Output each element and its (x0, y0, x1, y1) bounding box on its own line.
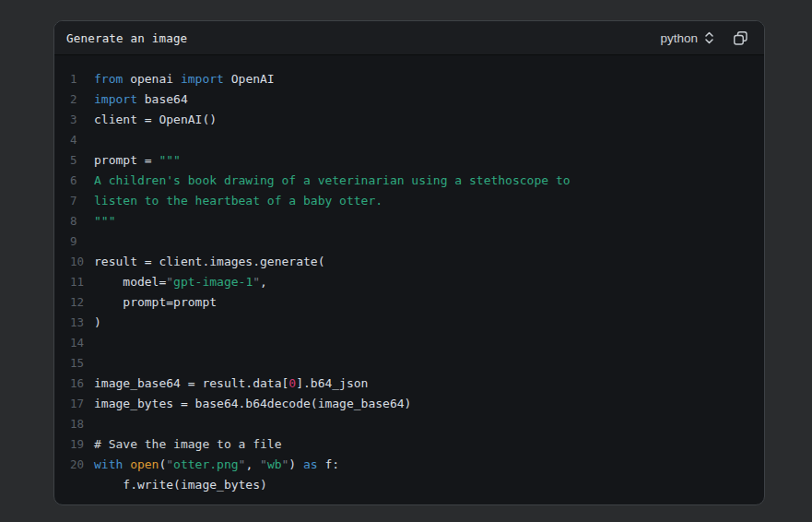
code-token: from (94, 72, 123, 86)
code-line-content: image_base64 = result.data[0].b64_json (94, 374, 764, 394)
language-selector-label: python (660, 31, 698, 45)
code-token: f: (318, 457, 339, 471)
code-line-content (94, 231, 764, 252)
code-line: 17image_bytes = base64.b64decode(image_b… (54, 394, 764, 414)
line-number: 6 (54, 171, 94, 191)
code-token: 0 (288, 376, 296, 390)
code-token: A children's book drawing of a veterinar… (94, 173, 571, 187)
line-number: 19 (54, 434, 94, 455)
code-token (123, 457, 130, 471)
line-number: 5 (54, 150, 94, 171)
code-token: model= (94, 275, 166, 289)
code-line: 19# Save the image to a file (54, 434, 764, 455)
line-number: 8 (54, 211, 94, 231)
code-line-content: ) (94, 313, 764, 333)
code-line: 11 model="gpt-image-1", (54, 272, 764, 292)
code-line: 8""" (54, 211, 764, 231)
line-number: 4 (54, 130, 94, 150)
line-number: 18 (54, 414, 94, 434)
code-token: image_bytes = base64.b64decode(image_bas… (94, 397, 411, 410)
code-token: listen to the heartbeat of a baby otter. (94, 194, 382, 208)
code-line: 10result = client.images.generate( (54, 252, 764, 272)
code-line-content: from openai import OpenAI (94, 69, 764, 89)
code-token: " (253, 275, 260, 289)
code-card-title: Generate an image (66, 31, 187, 45)
code-token: wb (267, 457, 282, 471)
code-line: 2import base64 (54, 89, 764, 110)
line-number: 13 (54, 313, 94, 333)
language-selector[interactable]: python (660, 30, 714, 45)
code-line-content: A children's book drawing of a veterinar… (94, 171, 764, 191)
code-line-content: model="gpt-image-1", (94, 272, 764, 292)
header-actions: python (660, 29, 749, 47)
code-token: otter.png (173, 457, 238, 471)
line-number: 17 (54, 394, 94, 414)
code-card-header: Generate an image python (54, 21, 764, 55)
code-line-content: result = client.images.generate( (94, 252, 764, 272)
code-token: # Save the image to a file (94, 437, 282, 451)
code-line-content: listen to the heartbeat of a baby otter. (94, 191, 764, 211)
code-token: as (303, 457, 318, 471)
code-line-content: f.write(image_bytes) (94, 475, 764, 495)
code-token: base64 (137, 92, 188, 106)
code-line: 3client = OpenAI() (54, 110, 764, 130)
code-line: 18 (54, 414, 764, 434)
code-line: 16image_base64 = result.data[0].b64_json (54, 374, 764, 394)
code-card: Generate an image python (53, 20, 765, 505)
code-line-content: import base64 (94, 89, 764, 110)
code-token: " (166, 275, 173, 289)
code-token: prompt = (94, 153, 159, 167)
code-line: 14 (54, 333, 764, 353)
line-number: 10 (54, 252, 94, 272)
code-token: prompt=prompt (94, 295, 217, 309)
code-token: ].b64_json (296, 376, 368, 390)
code-line-content: image_bytes = base64.b64decode(image_bas… (94, 394, 764, 414)
line-number: 12 (54, 292, 94, 313)
chevron-up-down-icon (704, 30, 714, 45)
code-line-content: # Save the image to a file (94, 434, 764, 455)
code-line: 20with open("otter.png", "wb") as f: (54, 455, 764, 475)
line-number: 9 (54, 231, 94, 252)
copy-code-button[interactable] (731, 29, 749, 47)
code-token: , (260, 275, 267, 289)
code-token: import (94, 92, 137, 106)
code-line: 13) (54, 313, 764, 333)
code-line-content: client = OpenAI() (94, 110, 764, 130)
code-token: ) (288, 457, 303, 471)
code-token: , (245, 457, 260, 471)
copy-icon (733, 30, 748, 46)
code-token: f.write(image_bytes) (94, 478, 267, 492)
code-token: import (181, 72, 224, 86)
code-line: 9 (54, 231, 764, 252)
line-number: 20 (54, 455, 94, 475)
line-number: 3 (54, 110, 94, 130)
line-number: 7 (54, 191, 94, 211)
code-line-content: with open("otter.png", "wb") as f: (94, 455, 764, 475)
code-token: ) (94, 315, 101, 329)
code-editor: 1from openai import OpenAI2import base64… (54, 55, 764, 505)
code-line: 7listen to the heartbeat of a baby otter… (54, 191, 764, 211)
code-line-content: """ (94, 211, 764, 231)
line-number (54, 475, 94, 495)
code-token: " (260, 457, 267, 471)
code-line: 6A children's book drawing of a veterina… (54, 171, 764, 191)
line-number: 16 (54, 374, 94, 394)
code-token: with (94, 457, 123, 471)
line-number: 15 (54, 353, 94, 374)
code-line: f.write(image_bytes) (54, 475, 764, 495)
code-line-content (94, 333, 764, 353)
line-number: 14 (54, 333, 94, 353)
code-token: openai (123, 72, 181, 86)
code-line-content: prompt = """ (94, 150, 764, 171)
line-number: 1 (54, 69, 94, 89)
code-line: 5prompt = """ (54, 150, 764, 171)
code-line: 15 (54, 353, 764, 374)
code-token: " (166, 457, 173, 471)
line-number: 2 (54, 89, 94, 110)
code-line-content (94, 130, 764, 150)
code-token: """ (94, 214, 115, 228)
code-token: open (130, 457, 159, 471)
line-number: 11 (54, 272, 94, 292)
code-token: result = client.images.generate( (94, 255, 324, 268)
code-token: image_base64 = result.data[ (94, 376, 288, 390)
